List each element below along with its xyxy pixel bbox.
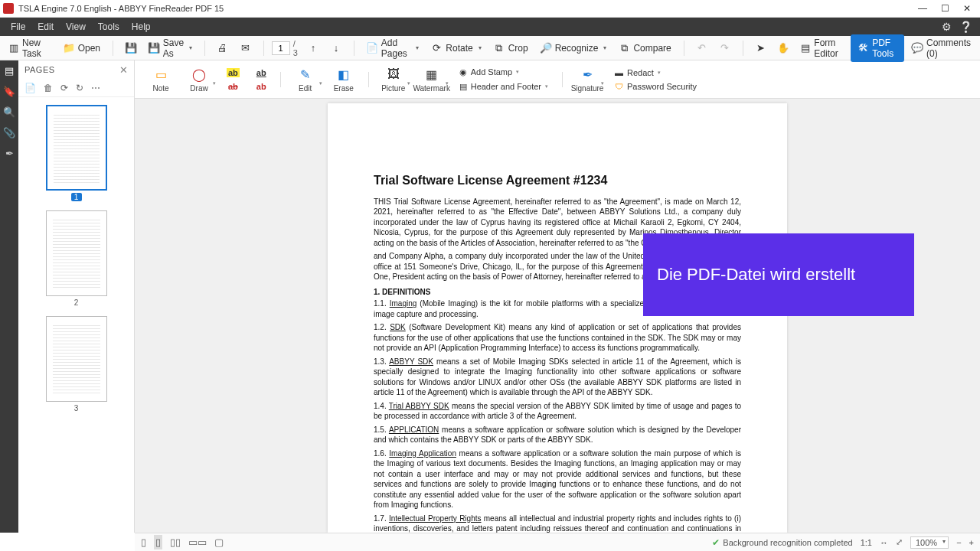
status-background-recognition: ✔ Background recognition completed xyxy=(712,537,852,548)
rail-search-icon[interactable]: 🔍 xyxy=(3,106,15,118)
draw-tool[interactable]: ◯▾Draw xyxy=(181,62,217,97)
menu-file[interactable]: File xyxy=(5,21,31,32)
pages-delete-icon[interactable]: 🗑 xyxy=(44,83,53,93)
maximize-button[interactable]: ☐ xyxy=(941,3,949,14)
pages-rotate-icon[interactable]: ⟳ xyxy=(60,83,68,93)
fit-width-button[interactable]: ↔ xyxy=(880,538,888,547)
picture-tool[interactable]: 🖼▾Picture xyxy=(375,62,412,97)
erase-tool[interactable]: ◧Erase xyxy=(325,62,362,97)
header-footer-tool[interactable]: ▤Header and Footer▾ xyxy=(455,80,553,93)
rail-pages-icon[interactable]: ▤ xyxy=(5,65,14,77)
highlight-tool[interactable]: ab xyxy=(222,67,244,79)
pages-add-icon[interactable]: 📄 xyxy=(24,83,36,93)
page-number-input[interactable] xyxy=(272,41,290,55)
close-button[interactable]: ✕ xyxy=(963,3,971,14)
zoom-out-button[interactable]: − xyxy=(956,538,961,547)
view-single-page[interactable]: ▯ xyxy=(141,536,146,548)
page-thumbnail[interactable]: 1 xyxy=(46,105,107,201)
form-editor-button[interactable]: ▤Form Editor xyxy=(796,35,848,61)
underline-tool[interactable]: ab xyxy=(252,67,271,79)
overlay-notification: Die PDF-Datei wird erstellt xyxy=(643,233,914,316)
edit-tool[interactable]: ✎▾Edit xyxy=(287,62,324,97)
comments-button[interactable]: 💬Comments (0) xyxy=(907,35,975,61)
watermark-tool[interactable]: ▦▾Watermark xyxy=(413,62,450,97)
pages-refresh-icon[interactable]: ↻ xyxy=(76,83,83,93)
view-two-continuous[interactable]: ▭▭ xyxy=(188,536,207,548)
menu-view[interactable]: View xyxy=(60,21,92,32)
page-thumbnail[interactable]: 3 xyxy=(46,316,107,412)
window-title: TSLA Engine 7.0 English - ABBYY FineRead… xyxy=(18,4,224,13)
view-presentation[interactable]: ▢ xyxy=(214,536,224,548)
recognize-button[interactable]: 🔎Recognize▾ xyxy=(536,41,612,56)
crop-button[interactable]: ⧉Crop xyxy=(489,41,533,56)
signature-tool[interactable]: ✒▾Signature xyxy=(569,62,606,97)
zoom-select[interactable]: 100% xyxy=(910,536,949,549)
strike-tool[interactable]: ab xyxy=(224,80,243,93)
doc-title: Trial Software License Agreement #1234 xyxy=(374,172,741,189)
add-stamp-tool[interactable]: ◉Add Stamp▾ xyxy=(455,66,524,79)
view-continuous[interactable]: ▯ xyxy=(154,535,162,549)
zoom-actual-button[interactable]: 1:1 xyxy=(861,538,872,547)
undo-button[interactable]: ↶ xyxy=(692,41,712,56)
menu-help[interactable]: Help xyxy=(126,21,157,32)
menu-tools[interactable]: Tools xyxy=(92,21,126,32)
pages-panel-close[interactable]: ✕ xyxy=(119,64,129,76)
new-task-button[interactable]: ▥New Task xyxy=(5,35,56,61)
settings-icon[interactable]: ⚙ xyxy=(942,21,952,33)
rotate-button[interactable]: ⟳Rotate▾ xyxy=(426,41,485,56)
password-security-tool[interactable]: 🛡Password Security xyxy=(610,80,701,93)
insert-text-tool[interactable]: ab xyxy=(252,80,271,93)
app-icon xyxy=(3,3,14,14)
menu-edit[interactable]: Edit xyxy=(31,21,60,32)
compare-button[interactable]: ⧉Compare xyxy=(614,41,675,56)
hand-tool[interactable]: ✋ xyxy=(773,41,793,56)
add-pages-button[interactable]: 📄Add Pages▾ xyxy=(362,35,423,61)
zoom-in-button[interactable]: + xyxy=(969,538,974,547)
page-total-label: / 3 xyxy=(293,39,300,57)
redo-button[interactable]: ↷ xyxy=(715,41,735,56)
save-as-button[interactable]: 💾Save As▾ xyxy=(144,35,197,61)
note-tool[interactable]: ▭Note xyxy=(142,62,179,97)
fit-page-button[interactable]: ⤢ xyxy=(896,537,903,547)
rail-attachments-icon[interactable]: 📎 xyxy=(3,127,15,139)
minimize-button[interactable]: — xyxy=(918,3,927,14)
pages-panel-title: PAGES xyxy=(24,65,55,74)
page-thumbnail[interactable]: 2 xyxy=(46,210,107,307)
pdf-tools-button[interactable]: 🛠PDF Tools xyxy=(851,34,904,62)
help-icon[interactable]: ❔ xyxy=(959,21,972,33)
check-icon: ✔ xyxy=(712,537,720,548)
email-button[interactable]: ✉ xyxy=(236,41,256,56)
pages-more-icon[interactable]: ⋯ xyxy=(91,83,100,93)
pointer-tool[interactable]: ➤ xyxy=(750,41,770,56)
save-button[interactable]: 💾 xyxy=(121,41,141,56)
print-button[interactable]: 🖨 xyxy=(213,41,233,56)
open-button[interactable]: 📁Open xyxy=(59,41,105,56)
page-down-button[interactable]: ↓ xyxy=(326,41,346,56)
view-two-page[interactable]: ▯▯ xyxy=(170,536,181,548)
rail-signatures-icon[interactable]: ✒ xyxy=(5,148,14,159)
page-up-button[interactable]: ↑ xyxy=(303,41,323,56)
rail-bookmarks-icon[interactable]: 🔖 xyxy=(3,86,15,97)
redact-tool[interactable]: ▬Redact▾ xyxy=(610,67,665,79)
document-page: Trial Software License Agreement #1234 T… xyxy=(328,103,787,533)
